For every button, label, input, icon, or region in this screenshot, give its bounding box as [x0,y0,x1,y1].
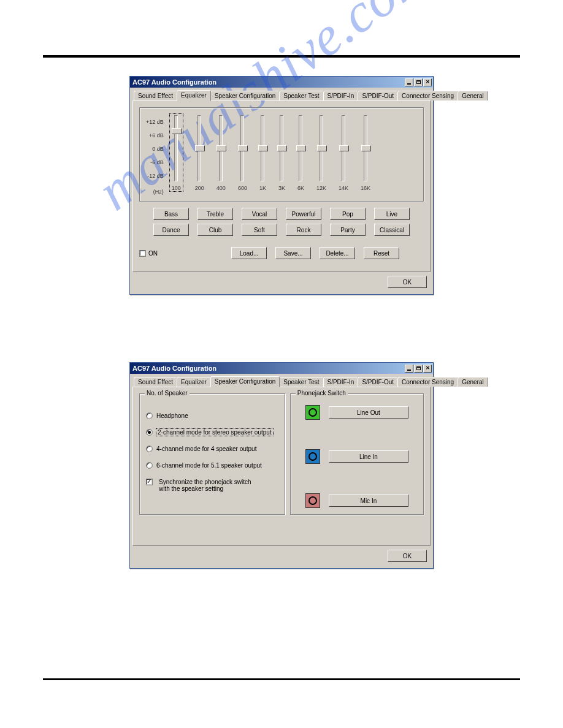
hz-label: 6K [297,185,304,191]
tab-spdif-out[interactable]: S/PDIF-Out [358,91,398,100]
preset-treble[interactable]: Treble [197,208,233,220]
eq-slider-1k[interactable]: 1K [259,114,266,191]
titlebar[interactable]: AC97 Audio Configuration ✕ [130,77,433,88]
eq-slider-14k[interactable]: 14K [339,114,348,191]
hz-label: 1K [259,185,266,191]
hz-label: 400 [216,185,226,191]
maximize-icon [416,366,421,370]
tab-sound-effect[interactable]: Sound Effect [134,377,177,387]
maximize-button[interactable] [414,365,423,373]
tab-speaker-configuration[interactable]: Speaker Configuration [210,91,280,100]
equalizer-group: +12 dB +6 dB 0 dB -6 dB -12 dB (Hz) 100 … [139,107,424,202]
preset-powerful[interactable]: Powerful [286,208,321,220]
preset-live[interactable]: Live [374,208,410,220]
close-button[interactable]: ✕ [423,365,432,373]
preset-soft[interactable]: Soft [242,224,277,236]
radio-icon[interactable] [146,412,153,419]
preset-classical[interactable]: Classical [374,224,410,236]
close-icon: ✕ [426,79,430,85]
tab-spdif-in[interactable]: S/PDIF-In [323,377,359,387]
eq-slider-6k[interactable]: 6K [297,114,304,191]
minimize-icon [407,83,411,85]
tab-general[interactable]: General [458,377,488,387]
radio-6channel[interactable]: 6-channel mode for 5.1 speaker output [146,462,278,469]
delete-button[interactable]: Delete... [320,247,355,259]
titlebar[interactable]: AC97 Audio Configuration ✕ [130,363,433,374]
db-label: 0 dB [152,142,164,156]
jack-micin-button[interactable]: Mic In [329,495,408,507]
radio-4channel[interactable]: 4-channel mode for 4 speaker output [146,446,278,452]
preset-rock[interactable]: Rock [286,224,321,236]
tab-speaker-configuration[interactable]: Speaker Configuration [210,376,280,387]
radio-label: 6-channel mode for 5.1 speaker output [156,462,262,469]
tab-equalizer[interactable]: Equalizer [177,90,211,101]
radio-label: Headphone [156,412,188,419]
jack-linein-button[interactable]: Line In [329,450,408,463]
tab-speaker-test[interactable]: Speaker Test [279,377,323,387]
tab-connector-sensing[interactable]: Connector Sensing [397,91,458,100]
radio-headphone[interactable]: Headphone [146,412,278,419]
jack-blue-icon [305,449,320,464]
preset-pop[interactable]: Pop [330,208,366,220]
window-title: AC97 Audio Configuration [132,365,216,372]
eq-slider-100[interactable]: 100 [170,114,183,191]
radio-label: 4-channel mode for 4 speaker output [156,446,256,452]
jack-row-linein: Line In [305,449,408,464]
minimize-icon [407,370,411,371]
db-label: +12 dB [146,115,164,129]
db-label: +6 dB [149,129,164,142]
preset-bass[interactable]: Bass [153,208,189,220]
preset-club[interactable]: Club [197,224,233,236]
on-checkbox-label: ON [148,250,158,257]
maximize-button[interactable] [414,78,423,86]
load-button[interactable]: Load... [231,247,267,259]
tab-content-equalizer: +12 dB +6 dB 0 dB -6 dB -12 dB (Hz) 100 … [132,100,431,272]
reset-button[interactable]: Reset [364,247,399,259]
hz-axis-label: (Hz) [153,185,164,195]
radio-icon[interactable] [146,462,153,469]
eq-slider-600[interactable]: 600 [238,114,247,191]
preset-dance[interactable]: Dance [153,224,189,236]
eq-db-scale: +12 dB +6 dB 0 dB -6 dB -12 dB (Hz) [146,115,164,195]
db-label: -6 dB [150,156,164,169]
tab-strip: Sound Effect Equalizer Speaker Configura… [132,376,431,387]
sync-checkbox-row[interactable]: Synchronize the phonejack switch with th… [146,479,278,492]
radio-icon[interactable] [146,429,153,436]
eq-slider-3k[interactable]: 3K [278,114,285,191]
close-button[interactable]: ✕ [423,78,432,86]
tab-spdif-in[interactable]: S/PDIF-In [323,91,359,100]
preset-vocal[interactable]: Vocal [242,208,277,220]
tab-connector-sensing[interactable]: Connector Sensing [397,377,458,387]
hz-label: 600 [238,185,247,191]
tab-spdif-out[interactable]: S/PDIF-Out [358,377,398,387]
maximize-icon [416,80,421,84]
save-button[interactable]: Save... [275,247,311,259]
minimize-button[interactable] [405,365,413,373]
sync-checkbox[interactable] [146,479,153,485]
eq-slider-400[interactable]: 400 [216,114,226,191]
radio-icon[interactable] [146,446,153,452]
jack-row-lineout: Line Out [305,405,408,420]
ok-button[interactable]: OK [388,276,427,288]
ok-button[interactable]: OK [388,550,427,562]
jack-lineout-button[interactable]: Line Out [329,406,408,419]
on-checkbox-row[interactable]: ON [139,250,158,257]
group-phonejack-switch: Phonejack Switch Line Out Line In [290,393,424,515]
on-checkbox[interactable] [139,250,146,257]
jack-green-icon [305,405,320,420]
tab-equalizer[interactable]: Equalizer [177,377,211,387]
radio-label: 2-channel mode for stereo speaker output [156,429,273,436]
hz-label: 3K [278,185,285,191]
header-rule [43,55,520,58]
tab-general[interactable]: General [458,91,488,100]
eq-slider-16k[interactable]: 16K [361,114,370,191]
eq-slider-12k[interactable]: 12K [316,114,326,191]
radio-2channel[interactable]: 2-channel mode for stereo speaker output [146,429,278,436]
hz-label: 16K [361,185,370,191]
tab-sound-effect[interactable]: Sound Effect [134,91,177,100]
preset-party[interactable]: Party [330,224,366,236]
window-title: AC97 Audio Configuration [132,78,216,86]
minimize-button[interactable] [405,78,413,86]
tab-speaker-test[interactable]: Speaker Test [279,91,323,100]
eq-slider-200[interactable]: 200 [195,114,204,191]
